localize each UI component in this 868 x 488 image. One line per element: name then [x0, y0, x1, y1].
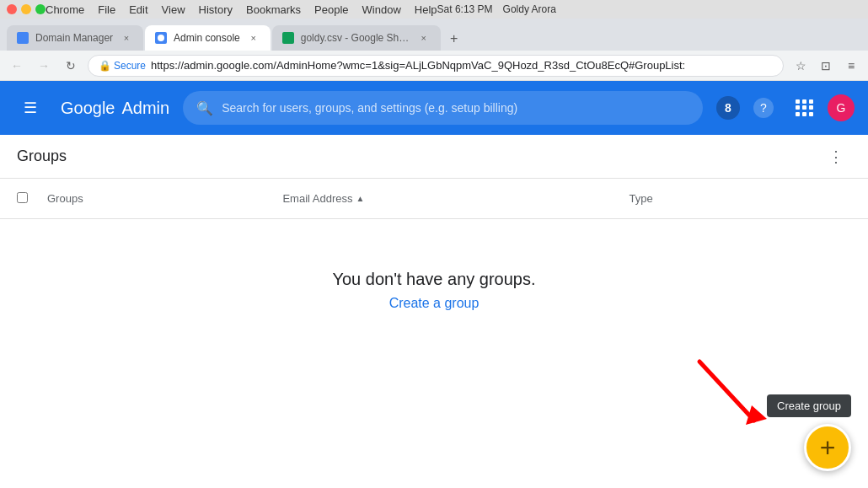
- more-vert-icon: ⋮: [828, 147, 844, 166]
- time-display: Sat 6:13 PM: [437, 3, 493, 15]
- more-options-button[interactable]: ⋮: [821, 142, 851, 172]
- svg-marker-2: [746, 405, 767, 425]
- help-button[interactable]: ?: [747, 91, 780, 125]
- select-all-checkbox[interactable]: [17, 191, 34, 206]
- address-bar: ← → ↻ 🔒 Secure https://admin.google.com/…: [0, 51, 868, 81]
- column-header-groups: Groups: [47, 192, 269, 205]
- menu-window[interactable]: Window: [362, 3, 401, 16]
- sort-asc-icon: ▲: [356, 194, 365, 203]
- menu-chrome[interactable]: Chrome: [46, 3, 84, 16]
- reload-button[interactable]: ↻: [61, 56, 81, 76]
- apps-grid-button[interactable]: [787, 91, 821, 125]
- apps-grid-icon: [796, 99, 812, 116]
- tab-label-sheets: goldy.csv - Google Sheets: [301, 32, 410, 44]
- new-tab-button[interactable]: +: [442, 27, 466, 51]
- tab-label-domain: Domain Manager: [35, 32, 113, 44]
- search-icon: 🔍: [196, 100, 213, 116]
- forward-icon: →: [38, 59, 50, 72]
- bookmark-icon[interactable]: ☆: [790, 56, 811, 76]
- main-content: Groups ⋮ Groups Email Address ▲ Type You…: [0, 135, 868, 488]
- reload-icon: ↻: [66, 59, 76, 72]
- search-placeholder-text: Search for users, groups, and settings (…: [222, 101, 517, 115]
- groups-section-header: Groups ⋮: [0, 135, 868, 179]
- help-icon: ?: [753, 98, 774, 118]
- email-column-label: Email Address: [282, 192, 352, 205]
- tab-domain-manager[interactable]: Domain Manager ×: [7, 25, 143, 51]
- fab-area: Create group +: [767, 394, 851, 471]
- google-logo-text: Google: [61, 99, 115, 118]
- tab-favicon-admin: [155, 32, 167, 44]
- create-group-link[interactable]: Create a group: [389, 296, 480, 311]
- url-display: https://admin.google.com/AdminHome?wmc=1…: [151, 59, 685, 72]
- chrome-menu-icon[interactable]: ≡: [841, 56, 861, 76]
- table-header: Groups Email Address ▲ Type: [0, 179, 868, 219]
- tab-favicon-sheets: [282, 32, 294, 44]
- hamburger-icon: ☰: [24, 99, 37, 117]
- header-right-area: 8 ? G: [716, 91, 855, 125]
- empty-state: You don't have any groups. Create a grou…: [0, 219, 868, 362]
- menu-view[interactable]: View: [162, 3, 185, 16]
- admin-header: ☰ Google Admin 🔍 Search for users, group…: [0, 81, 868, 135]
- user-display: Goldy Arora: [503, 3, 556, 15]
- hamburger-button[interactable]: ☰: [13, 91, 47, 125]
- title-bar: Chrome File Edit View History Bookmarks …: [0, 0, 868, 19]
- back-button[interactable]: ←: [7, 56, 27, 76]
- user-avatar[interactable]: G: [828, 94, 855, 121]
- tab-close-sheets[interactable]: ×: [417, 31, 431, 45]
- menu-history[interactable]: History: [199, 3, 233, 16]
- svg-line-1: [699, 362, 754, 421]
- lock-icon: 🔒: [99, 60, 111, 72]
- menu-edit[interactable]: Edit: [129, 3, 147, 16]
- tab-sheets[interactable]: goldy.csv - Google Sheets ×: [272, 25, 441, 51]
- maximize-button[interactable]: [35, 4, 46, 14]
- tab-label-admin: Admin console: [174, 32, 240, 44]
- tab-close-domain[interactable]: ×: [120, 31, 133, 45]
- address-right-icons: ☆ ⊡ ≡: [790, 56, 861, 76]
- tab-close-admin[interactable]: ×: [247, 31, 260, 45]
- secure-badge: 🔒 Secure: [99, 60, 146, 72]
- admin-search-bar[interactable]: 🔍 Search for users, groups, and settings…: [183, 91, 703, 125]
- close-button[interactable]: [7, 4, 17, 14]
- back-icon: ←: [11, 59, 23, 72]
- empty-state-message: You don't have any groups.: [332, 270, 535, 289]
- column-header-type: Type: [630, 192, 851, 205]
- tab-favicon-domain: [17, 32, 29, 44]
- support-badge[interactable]: 8: [716, 96, 740, 120]
- tab-bar: Domain Manager × Admin console × goldy.c…: [0, 19, 868, 51]
- title-bar-right: Sat 6:13 PM Goldy Arora: [437, 3, 556, 15]
- secure-label: Secure: [114, 60, 146, 72]
- extensions-icon[interactable]: ⊡: [816, 56, 836, 76]
- create-group-fab-button[interactable]: +: [804, 424, 851, 471]
- menu-bookmarks[interactable]: Bookmarks: [246, 3, 301, 16]
- select-all-input[interactable]: [17, 192, 28, 203]
- svg-point-0: [158, 35, 164, 41]
- groups-page-title: Groups: [17, 147, 821, 165]
- google-admin-logo: Google Admin: [61, 99, 169, 118]
- traffic-lights: [7, 4, 46, 14]
- menu-file[interactable]: File: [98, 3, 115, 16]
- tab-admin-console[interactable]: Admin console ×: [145, 25, 271, 51]
- menu-bar: Chrome File Edit View History Bookmarks …: [46, 3, 437, 16]
- minimize-button[interactable]: [21, 4, 31, 14]
- fab-plus-icon: +: [820, 434, 836, 461]
- admin-logo-text: Admin: [122, 99, 170, 118]
- menu-help[interactable]: Help: [415, 3, 437, 16]
- fab-tooltip: Create group: [767, 394, 851, 417]
- forward-button[interactable]: →: [34, 56, 54, 76]
- menu-people[interactable]: People: [314, 3, 348, 16]
- address-input[interactable]: 🔒 Secure https://admin.google.com/AdminH…: [88, 55, 784, 77]
- column-header-email[interactable]: Email Address ▲: [282, 192, 615, 205]
